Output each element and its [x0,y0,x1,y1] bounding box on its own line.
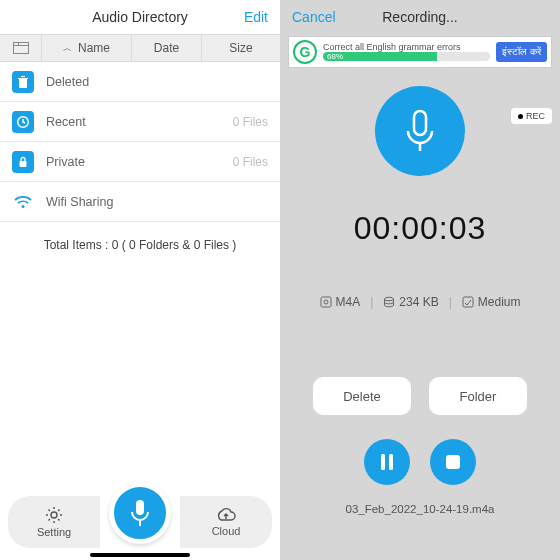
folder-lock-icon [12,151,34,173]
rec-badge: REC [511,108,552,124]
gear-icon [45,506,63,524]
quality-chip: Medium [462,295,521,309]
rec-dot-icon [518,114,523,119]
quality-label: Medium [478,295,521,309]
quality-icon [462,296,474,308]
ad-text-block: Correct all English grammar errors 68% [323,43,490,62]
recording-title: Recording... [382,9,457,25]
timer-display: 00:00:03 [280,210,560,247]
list-item-private[interactable]: Private 0 Files [0,142,280,182]
list-item-count: 0 Files [233,115,268,129]
cancel-button[interactable]: Cancel [292,9,336,25]
stop-icon [445,454,461,470]
list-item-count: 0 Files [233,155,268,169]
microphone-icon [402,107,438,155]
column-header-row: ︿ Name Date Size [0,34,280,62]
col-size[interactable]: Size [202,35,280,61]
stop-button[interactable] [430,439,476,485]
svg-rect-0 [13,43,28,54]
archive-icon [13,42,29,54]
list-item-deleted[interactable]: Deleted [0,62,280,102]
pause-button[interactable] [364,439,410,485]
left-navbar: Audio Directory Edit [0,0,280,34]
svg-rect-14 [463,297,473,307]
folder-list: Deleted Recent 0 Files Private 0 Files W… [0,62,280,222]
list-item-label: Wifi Sharing [46,195,268,209]
svg-point-13 [385,297,394,301]
ad-progress-fill: 68% [323,52,437,61]
cloud-icon [215,507,237,523]
home-indicator [90,553,190,557]
mic-area: REC [280,86,560,176]
svg-point-12 [324,300,328,304]
edit-button[interactable]: Edit [244,9,268,25]
wifi-icon [12,191,34,213]
tab-cloud[interactable]: Cloud [180,496,272,548]
tab-setting[interactable]: Setting [8,496,100,548]
format-chip: M4A [320,295,361,309]
storage-icon [383,296,395,308]
recording-pane: Cancel Recording... G Correct all Englis… [280,0,560,560]
pause-icon [379,453,395,471]
file-info-row: M4A | 234 KB | Medium [280,295,560,309]
recording-mic-button[interactable] [375,86,465,176]
ad-install-button[interactable]: इंस्टॉल करें [496,42,547,62]
size-chip: 234 KB [383,295,438,309]
svg-rect-15 [381,454,385,470]
record-button[interactable] [109,482,171,544]
svg-point-5 [22,205,25,208]
list-item-wifi-sharing[interactable]: Wifi Sharing [0,182,280,222]
folder-trash-icon [12,71,34,93]
col-date[interactable]: Date [132,35,202,61]
size-label: 234 KB [399,295,438,309]
col-name-label: Name [78,41,110,55]
col-size-label: Size [229,41,252,55]
svg-rect-7 [136,500,144,515]
tab-label: Setting [37,526,71,538]
folder-button[interactable]: Folder [429,377,527,415]
svg-point-6 [51,512,57,518]
svg-rect-11 [321,297,331,307]
svg-rect-9 [414,111,426,135]
bottom-bar: Setting Cloud [0,474,280,560]
right-navbar: Cancel Recording... [280,0,560,34]
list-item-label: Private [46,155,233,169]
separator: | [370,295,373,309]
microphone-icon [128,498,152,528]
svg-rect-17 [446,455,460,469]
svg-rect-4 [20,161,27,167]
ad-banner[interactable]: G Correct all English grammar errors 68%… [288,36,552,68]
list-item-label: Deleted [46,75,268,89]
list-item-recent[interactable]: Recent 0 Files [0,102,280,142]
separator: | [449,295,452,309]
ad-text: Correct all English grammar errors [323,43,490,53]
list-item-label: Recent [46,115,233,129]
col-date-label: Date [154,41,179,55]
svg-rect-16 [389,454,393,470]
grammarly-logo-icon: G [293,40,317,64]
filename-label: 03_Feb_2022_10-24-19.m4a [280,503,560,515]
folder-clock-icon [12,111,34,133]
delete-button[interactable]: Delete [313,377,411,415]
control-row [280,439,560,485]
col-name[interactable]: ︿ Name [42,35,132,61]
format-icon [320,296,332,308]
chevron-up-icon: ︿ [63,42,72,55]
tab-label: Cloud [212,525,241,537]
directory-pane: Audio Directory Edit ︿ Name Date Size De… [0,0,280,560]
total-summary: Total Items : 0 ( 0 Folders & 0 Files ) [0,222,280,268]
format-label: M4A [336,295,361,309]
col-type[interactable] [0,35,42,61]
ad-progress: 68% [323,52,490,61]
rec-badge-label: REC [526,111,545,121]
action-row: Delete Folder [280,377,560,415]
page-title: Audio Directory [92,9,188,25]
